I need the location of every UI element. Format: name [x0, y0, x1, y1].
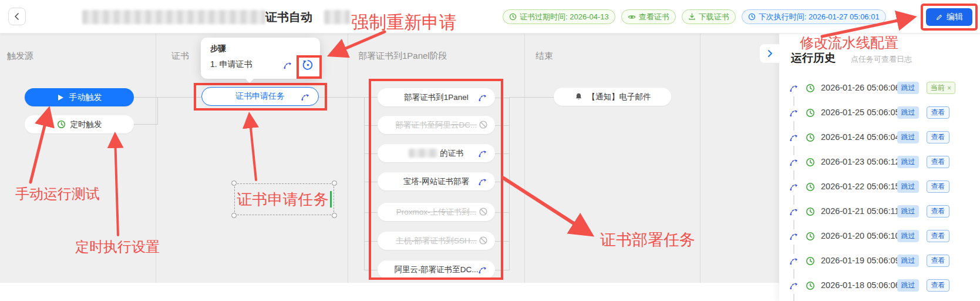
history-timestamp: 2026-01-26 05:06:06 [821, 83, 900, 92]
workflow-connector [157, 97, 158, 125]
history-row: 2026-01-18 05:06:06跳过查看 [787, 279, 976, 293]
manual-trigger-label: 手动触发 [69, 92, 102, 103]
clock-icon [806, 256, 815, 268]
clock-icon [748, 13, 756, 21]
history-row: 2026-01-19 05:06:09跳过查看 [787, 254, 976, 268]
skip-icon [789, 256, 799, 268]
popup-caret [244, 78, 255, 88]
chevron-left-icon [14, 13, 21, 20]
skip-icon[interactable] [283, 60, 293, 72]
workflow-connector [509, 98, 510, 270]
manual-trigger-button[interactable]: 手动触发 [25, 88, 134, 106]
selection-handle[interactable] [332, 213, 337, 218]
selection-handle[interactable] [231, 213, 237, 218]
skip-status-badge: 跳过 [897, 131, 919, 143]
view-log-button[interactable]: 查看 [927, 230, 949, 242]
annotation-force-reapply: 强制重新申请 [351, 11, 457, 35]
column-divider [348, 34, 348, 283]
view-log-button[interactable]: 查看 [927, 180, 949, 193]
column-divider [524, 34, 525, 283]
force-reapply-highlight-box [297, 55, 322, 79]
history-row: 2026-01-23 05:06:12跳过查看 [787, 155, 976, 169]
history-timestamp: 2026-01-19 05:06:09 [821, 256, 900, 265]
view-log-button[interactable]: 查看 [927, 255, 949, 267]
skip-icon[interactable] [301, 92, 311, 103]
skip-icon [789, 132, 799, 145]
redacted-title-block [82, 10, 265, 24]
clock-icon [806, 158, 815, 169]
download-cert-label: 下载证书 [699, 12, 729, 22]
bell-icon [574, 92, 583, 101]
workflow-connector [134, 124, 157, 125]
history-row: 2026-01-26 05:06:06跳过当前× [787, 81, 976, 95]
skip-icon [789, 83, 799, 95]
back-button[interactable] [8, 8, 26, 25]
timed-trigger-button[interactable]: 定时触发 [25, 115, 134, 133]
history-connector [793, 269, 794, 279]
view-log-button[interactable]: 查看 [927, 131, 949, 143]
view-cert-label: 查看证书 [639, 12, 669, 22]
clock-icon [57, 120, 66, 129]
skip-status-badge: 跳过 [897, 82, 919, 94]
collapse-panel-button[interactable] [760, 44, 780, 63]
chevron-right-icon [766, 50, 773, 57]
history-timestamp: 2026-01-20 05:06:10 [821, 231, 900, 240]
history-connector [793, 294, 794, 301]
edit-button[interactable]: 编辑 [926, 8, 972, 26]
next-run-label: 下次执行时间: 2026-01-27 05:06:01 [759, 12, 880, 22]
skip-status-badge: 跳过 [897, 255, 919, 267]
cert-expire-label: 证书过期时间: 2026-04-13 [520, 12, 609, 22]
annotation-request-task: 证书申请任务 [237, 189, 329, 210]
view-log-button[interactable]: 查看 [927, 205, 949, 218]
run-history-subtitle: 点任务可查看日志 [851, 54, 912, 65]
page-title: 证书自动 [265, 9, 312, 25]
annotation-edit-pipeline: 修改流水线配置 [800, 34, 898, 52]
annotation-manual-test: 手动运行测试 [15, 185, 100, 203]
edit-button-label: 编辑 [947, 12, 963, 22]
selection-handle[interactable] [231, 180, 237, 186]
history-timestamp: 2026-01-25 05:06:05 [821, 108, 900, 117]
selection-handle[interactable] [332, 180, 337, 186]
cert-request-task-node[interactable]: 证书申请任务 [201, 87, 319, 106]
clock-icon [806, 207, 815, 219]
skip-status-badge: 跳过 [897, 279, 919, 292]
column-divider [700, 34, 701, 283]
clock-icon [806, 182, 815, 194]
cert-expire-badge[interactable]: 证书过期时间: 2026-04-13 [503, 9, 615, 24]
download-cert-button[interactable]: 下载证书 [682, 9, 736, 24]
view-cert-button[interactable]: 查看证书 [621, 9, 676, 24]
download-icon [688, 13, 696, 21]
history-timestamp: 2026-01-24 05:06:04 [821, 132, 900, 142]
history-connector [793, 96, 794, 106]
skip-icon [789, 182, 799, 194]
edit-button-highlight-box: 编辑 [921, 4, 978, 31]
skip-icon [789, 206, 799, 219]
history-row: 2026-01-24 05:06:04跳过查看 [787, 131, 976, 145]
redacted-title-block [324, 10, 350, 24]
view-log-button[interactable]: 查看 [927, 279, 949, 292]
close-icon[interactable]: × [947, 84, 951, 92]
skip-icon [789, 157, 799, 169]
column-header-deploy: 部署证书到1Panel阶段 [358, 51, 447, 62]
annotation-deploy-task: 证书部署任务 [600, 229, 695, 250]
clock-icon [806, 281, 815, 293]
view-log-button[interactable]: 查看 [927, 156, 949, 168]
view-log-button[interactable]: 查看 [927, 106, 949, 119]
skip-status-badge: 跳过 [897, 180, 919, 193]
current-badge[interactable]: 当前× [927, 82, 955, 94]
certd-pipeline-screen: 触发源 证书 部署证书到1Panel阶段 结束 手动触发 定时触发 证书申请任务… [0, 0, 980, 301]
notify-email-node[interactable]: 【通知】电子邮件 [554, 88, 671, 106]
clock-icon [806, 133, 815, 145]
next-run-badge[interactable]: 下次执行时间: 2026-01-27 05:06:01 [742, 9, 886, 24]
history-connector [793, 170, 794, 180]
pencil-icon [935, 14, 943, 21]
history-connector [793, 146, 794, 155]
annotation-text-selection-box[interactable]: 证书申请任务 [234, 183, 334, 215]
column-header-cert: 证书 [171, 51, 189, 62]
deploy-tasks-highlight-box [369, 79, 503, 280]
step-popup-title: 步骤 [210, 44, 226, 54]
notify-email-label: 【通知】电子邮件 [588, 92, 651, 102]
skip-status-badge: 跳过 [897, 230, 919, 242]
history-timestamp: 2026-01-23 05:06:12 [821, 157, 900, 166]
history-connector [793, 245, 794, 254]
